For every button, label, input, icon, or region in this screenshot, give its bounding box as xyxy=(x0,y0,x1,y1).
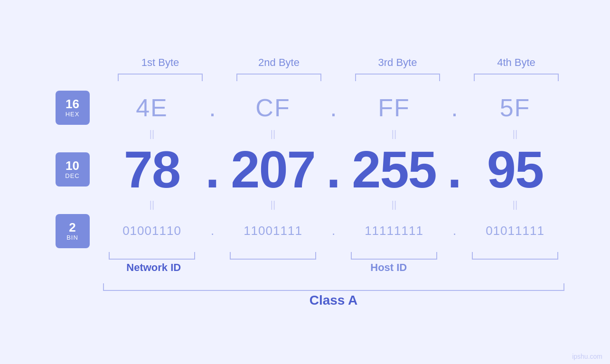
hex-badge: 16 HEX xyxy=(56,91,90,125)
bin-dot-3: . xyxy=(445,224,464,238)
hex-value-1: 4E xyxy=(136,94,168,121)
dec-dot-3: . xyxy=(445,143,464,196)
dec-byte-1: 78 xyxy=(101,143,203,196)
hex-dot-3: . xyxy=(445,93,464,122)
eq2-3: || xyxy=(343,199,445,210)
top-brackets xyxy=(44,74,566,81)
bin-value-4: 01011111 xyxy=(486,224,544,238)
dec-dot-2: . xyxy=(324,143,343,196)
host-id-label: Host ID xyxy=(225,261,547,274)
eq2-4: || xyxy=(464,199,566,210)
bin-base-label: 2 BIN xyxy=(44,214,101,248)
dec-value-3: 255 xyxy=(352,140,436,198)
dec-value-1: 78 xyxy=(124,140,180,198)
dec-base-text: DEC xyxy=(65,172,79,179)
eq2-2: || xyxy=(222,199,324,210)
bin-value-2: 11001111 xyxy=(244,224,302,238)
class-bracket-row xyxy=(44,283,566,291)
dec-value-2: 207 xyxy=(231,140,315,198)
hex-dot-1: . xyxy=(203,93,222,122)
bin-byte-3: 11111111 xyxy=(343,224,445,238)
bin-base-text: BIN xyxy=(66,234,78,241)
class-label: Class A xyxy=(310,293,358,308)
labels-row: Network ID Host ID xyxy=(44,261,566,274)
network-id-label: Network ID xyxy=(101,261,207,274)
dec-values-row: 78 . 207 . 255 . 95 xyxy=(101,143,566,196)
dec-value-4: 95 xyxy=(487,140,543,198)
byte-header-4: 4th Byte xyxy=(467,56,566,69)
dec-badge: 10 DEC xyxy=(56,152,90,187)
bin-base-number: 2 xyxy=(69,221,75,234)
hex-byte-1: 4E xyxy=(101,93,203,122)
hex-values-row: 4E . CF . FF . 5F xyxy=(101,93,566,122)
dec-byte-3: 255 xyxy=(343,143,445,196)
hex-value-4: 5F xyxy=(500,94,531,121)
bin-badge: 2 BIN xyxy=(56,214,90,248)
hex-base-number: 16 xyxy=(66,97,79,111)
top-bracket-1 xyxy=(111,74,210,81)
main-container: 1st Byte 2nd Byte 3rd Byte 4th Byte 16 H… xyxy=(44,56,566,308)
eq1-4: || xyxy=(464,129,566,140)
bin-byte-1: 01001110 xyxy=(101,224,203,238)
bin-value-3: 11111111 xyxy=(365,224,423,238)
byte-header-2: 2nd Byte xyxy=(229,56,329,69)
host-bottom-bracket-4 xyxy=(464,252,566,260)
hex-row: 16 HEX 4E . CF . FF . 5F xyxy=(44,91,566,125)
bottom-brackets xyxy=(44,252,566,260)
dec-base-number: 10 xyxy=(66,159,79,173)
bin-dot-2: . xyxy=(324,224,343,238)
bin-row: 2 BIN 01001110 . 11001111 . 11111111 . xyxy=(44,214,566,248)
host-bottom-bracket-3 xyxy=(343,252,445,260)
dec-byte-2: 207 xyxy=(222,143,324,196)
hex-value-3: FF xyxy=(378,94,410,121)
dec-base-label: 10 DEC xyxy=(44,152,101,187)
bin-values-row: 01001110 . 11001111 . 11111111 . 0101111… xyxy=(101,224,566,238)
dec-dot-1: . xyxy=(203,143,222,196)
network-bottom-bracket xyxy=(101,252,203,260)
equals-row-1: || || || || xyxy=(44,129,566,140)
hex-base-text: HEX xyxy=(66,111,80,118)
hex-byte-4: 5F xyxy=(464,93,566,122)
top-bracket-3 xyxy=(348,74,448,81)
hex-dot-2: . xyxy=(324,93,343,122)
eq1-1: || xyxy=(101,129,203,140)
bin-byte-2: 11001111 xyxy=(222,224,324,238)
hex-byte-2: CF xyxy=(222,93,324,122)
hex-value-2: CF xyxy=(255,94,290,121)
host-bottom-bracket-2 xyxy=(222,252,324,260)
eq1-3: || xyxy=(343,129,445,140)
top-bracket-2 xyxy=(229,74,329,81)
byte-header-1: 1st Byte xyxy=(111,56,210,69)
hex-base-label: 16 HEX xyxy=(44,91,101,125)
dec-row: 10 DEC 78 . 207 . 255 . 95 xyxy=(44,143,566,196)
top-bracket-4 xyxy=(467,74,566,81)
byte-headers: 1st Byte 2nd Byte 3rd Byte 4th Byte xyxy=(44,56,566,69)
bin-dot-1: . xyxy=(203,224,222,238)
watermark: ipshu.com xyxy=(572,353,602,360)
eq2-1: || xyxy=(101,199,203,210)
class-bracket-line xyxy=(103,283,564,291)
equals-row-2: || || || || xyxy=(44,199,566,210)
class-label-row: Class A xyxy=(44,293,566,308)
hex-byte-3: FF xyxy=(343,93,445,122)
bin-byte-4: 01011111 xyxy=(464,224,566,238)
dec-byte-4: 95 xyxy=(464,143,566,196)
byte-header-3: 3rd Byte xyxy=(348,56,448,69)
eq1-2: || xyxy=(222,129,324,140)
bin-value-1: 01001110 xyxy=(122,224,181,238)
